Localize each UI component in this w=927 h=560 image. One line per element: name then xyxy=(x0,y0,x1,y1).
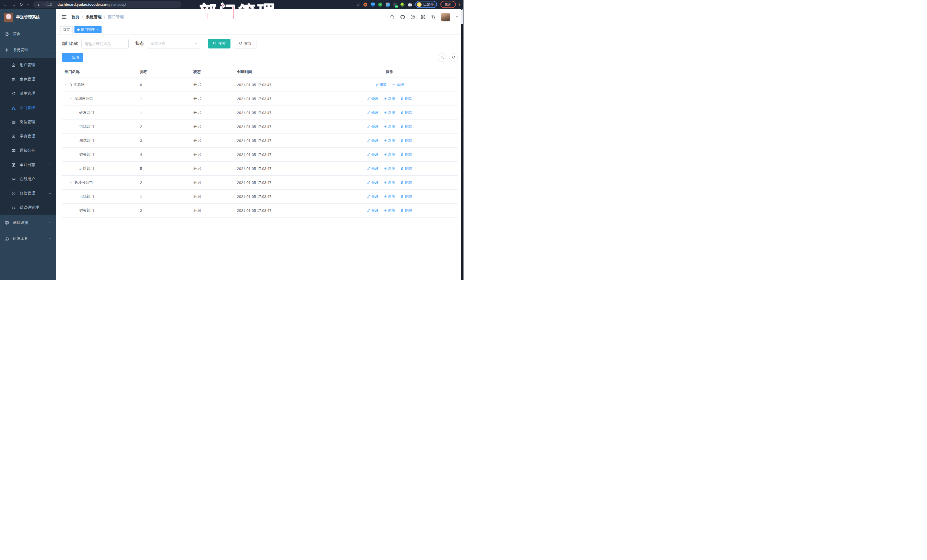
refresh-table-button[interactable] xyxy=(449,53,458,62)
tab-dept-management[interactable]: 部门管理 × xyxy=(74,26,102,33)
table-row: 测试部门3开启2021-01-05 17:03:47修改新增删除 xyxy=(62,134,458,148)
tab-home[interactable]: 首页 xyxy=(60,26,73,33)
row-delete-link[interactable]: 删除 xyxy=(400,180,412,185)
search-button[interactable]: 搜索 xyxy=(208,39,231,49)
green-figure-extension-icon[interactable] xyxy=(400,3,404,6)
row-edit-link[interactable]: 修改 xyxy=(367,166,378,171)
sidebar-item-角色管理[interactable]: 角色管理 xyxy=(0,72,56,87)
row-edit-link[interactable]: 修改 xyxy=(367,208,378,213)
toolbox-icon xyxy=(5,237,9,241)
breadcrumb-home[interactable]: 首页 xyxy=(71,15,79,20)
cell-actions: 修改新增删除 xyxy=(321,124,458,129)
reset-button[interactable]: 重置 xyxy=(234,39,257,49)
row-add-link[interactable]: 新增 xyxy=(384,194,395,199)
sidebar-item-岗位管理[interactable]: 岗位管理 xyxy=(0,115,56,129)
sidebar-item-首页[interactable]: 首页 xyxy=(0,26,56,42)
dept-name-label: 部门名称 xyxy=(62,41,78,46)
table-row: 财务部门2开启2021-01-05 17:03:47修改新增删除 xyxy=(62,203,458,217)
browser-menu-icon[interactable] xyxy=(459,3,460,6)
back-icon[interactable]: ← xyxy=(3,2,8,6)
address-bar[interactable]: ▲ 不安全 dashboard.yudao.iocoder.cn/system/… xyxy=(33,1,181,8)
row-edit-link[interactable]: 修改 xyxy=(367,152,378,157)
puzzle-extension-icon[interactable] xyxy=(408,3,412,6)
add-button[interactable]: 新增 xyxy=(62,53,83,62)
row-delete-link[interactable]: 删除 xyxy=(400,96,412,101)
blue-grid-extension-icon[interactable] xyxy=(386,3,390,6)
browser-update-button[interactable]: 更新 xyxy=(441,1,456,8)
table-row: 研发部门1开启2021-01-05 17:03:47修改新增删除 xyxy=(62,106,458,120)
fullscreen-icon[interactable] xyxy=(421,15,426,20)
cell-dept-name: 运维部门 xyxy=(62,166,137,171)
sidebar-item-在线用户[interactable]: 在线用户 xyxy=(0,172,56,186)
row-edit-link[interactable]: 修改 xyxy=(367,96,378,101)
row-add-link[interactable]: 新增 xyxy=(384,152,395,157)
sidebar-item-字典管理[interactable]: 字典管理 xyxy=(0,129,56,143)
row-edit-link[interactable]: 修改 xyxy=(367,124,378,129)
toggle-search-button[interactable] xyxy=(438,53,447,62)
forward-icon[interactable]: → xyxy=(11,2,16,6)
blue-pin-extension-icon[interactable] xyxy=(371,3,375,6)
row-edit-link[interactable]: 修改 xyxy=(367,110,378,115)
sidebar-item-菜单管理[interactable]: 菜单管理 xyxy=(0,87,56,101)
row-edit-link[interactable]: 修改 xyxy=(367,138,378,143)
row-delete-link[interactable]: 删除 xyxy=(400,194,412,199)
home-icon[interactable]: ⌂ xyxy=(27,2,29,6)
orange-target-extension-icon[interactable] xyxy=(363,3,368,6)
row-add-link[interactable]: 新增 xyxy=(384,166,395,171)
row-edit-link[interactable]: 修改 xyxy=(367,194,378,199)
scrollbar-thumb[interactable] xyxy=(461,9,463,24)
row-add-link[interactable]: 新增 xyxy=(384,208,395,213)
tree-expand-icon[interactable] xyxy=(70,181,74,184)
cell-created: 2021-01-05 17:03:47 xyxy=(234,181,321,185)
row-delete-link[interactable]: 删除 xyxy=(400,152,412,157)
sidebar-logo[interactable]: 芋道管理系统 xyxy=(0,9,56,26)
breadcrumb-system[interactable]: 系统管理 xyxy=(85,15,102,20)
tree-expand-icon[interactable] xyxy=(70,97,74,100)
cell-actions: 修改新增删除 xyxy=(321,96,458,101)
row-edit-link[interactable]: 修改 xyxy=(367,180,378,185)
reload-icon[interactable]: ↻ xyxy=(20,2,23,6)
sidebar-item-用户管理[interactable]: 用户管理 xyxy=(0,58,56,72)
page-scrollbar[interactable] xyxy=(461,9,464,280)
row-delete-link[interactable]: 删除 xyxy=(400,124,412,129)
row-add-link[interactable]: 新增 xyxy=(384,138,395,143)
sidebar-item-短信管理[interactable]: 短信管理 xyxy=(0,186,56,200)
font-size-icon[interactable] xyxy=(431,15,436,20)
row-add-link[interactable]: 新增 xyxy=(384,180,395,185)
user-avatar[interactable] xyxy=(441,13,450,21)
row-delete-link[interactable]: 删除 xyxy=(400,166,412,171)
bookmark-star-icon[interactable]: ☆ xyxy=(356,2,360,7)
sidebar-item-通知公告[interactable]: 通知公告 xyxy=(0,143,56,158)
row-add-link[interactable]: 新增 xyxy=(384,96,395,101)
paused-badge[interactable]: 已暂停 xyxy=(415,1,437,8)
sidebar-item-label: 角色管理 xyxy=(20,77,52,82)
hamburger-icon[interactable] xyxy=(61,14,67,20)
sidebar-item-错误码管理[interactable]: 错误码管理 xyxy=(0,200,56,215)
tab-close-icon[interactable]: × xyxy=(97,28,99,31)
user-caret-icon[interactable] xyxy=(455,15,458,18)
row-delete-link[interactable]: 删除 xyxy=(400,110,412,115)
row-add-link[interactable]: 新增 xyxy=(384,124,395,129)
col-status: 状态 xyxy=(190,69,234,74)
sidebar-item-基础设施[interactable]: 基础设施 xyxy=(0,215,56,231)
row-edit-link[interactable]: 修改 xyxy=(375,82,387,87)
dept-name-input[interactable] xyxy=(81,39,129,49)
user-icon xyxy=(11,63,16,67)
row-add-link[interactable]: 新增 xyxy=(384,110,395,115)
header-search-icon[interactable] xyxy=(390,15,395,20)
sidebar-item-审计日志[interactable]: 审计日志 xyxy=(0,158,56,172)
green-check-extension-icon[interactable] xyxy=(378,3,382,6)
row-delete-link[interactable]: 删除 xyxy=(400,208,412,213)
row-add-link[interactable]: 新增 xyxy=(392,82,404,87)
cell-status: 开启 xyxy=(190,138,234,143)
on-badge-extension-icon[interactable] xyxy=(393,3,397,6)
github-icon[interactable] xyxy=(400,15,405,20)
tree-expand-icon[interactable] xyxy=(65,83,70,87)
sidebar-item-label: 短信管理 xyxy=(20,191,44,196)
row-delete-link[interactable]: 删除 xyxy=(400,138,412,143)
help-icon[interactable] xyxy=(410,15,415,20)
sidebar-item-部门管理[interactable]: 部门管理 xyxy=(0,101,56,115)
sidebar-item-研发工具[interactable]: 研发工具 xyxy=(0,231,56,247)
status-select[interactable]: 菜单状态 xyxy=(147,39,201,49)
sidebar-item-系统管理[interactable]: 系统管理 xyxy=(0,42,56,58)
